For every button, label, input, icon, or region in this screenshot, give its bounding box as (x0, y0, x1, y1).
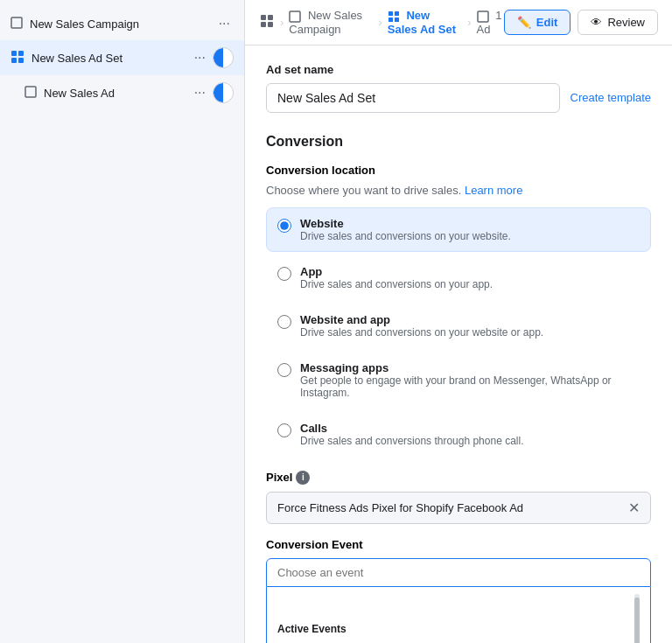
radio-calls-input[interactable] (277, 423, 291, 437)
svg-rect-6 (261, 15, 266, 20)
breadcrumb-sep-3: › (467, 16, 471, 29)
sidebar-item-campaign[interactable]: New Sales Campaign ··· (0, 7, 244, 40)
svg-rect-0 (11, 17, 22, 28)
svg-rect-2 (18, 51, 24, 56)
radio-messaging[interactable]: Messaging apps Get people to engage with… (266, 352, 651, 409)
create-template-link[interactable]: Create template (570, 91, 652, 104)
breadcrumb-sep-1: › (280, 16, 284, 29)
campaign-actions: ··· (215, 14, 234, 33)
radio-website-app[interactable]: Website and app Drive sales and conversi… (266, 304, 651, 348)
eye-icon: 👁 (591, 16, 602, 29)
pixel-info-icon[interactable]: i (296, 471, 310, 485)
edit-button[interactable]: ✏️ Edit (504, 10, 571, 35)
sidebar: New Sales Campaign ··· New Sales Ad Set … (0, 0, 245, 643)
radio-website[interactable]: Website Drive sales and conversions on y… (266, 207, 651, 252)
radio-app-text: App Drive sales and conversions on your … (300, 265, 493, 290)
breadcrumb: › New Sales Campaign › New Sales Ad Set … (259, 9, 504, 36)
radio-calls-text: Calls Drive sales and conversions throug… (300, 422, 523, 447)
svg-rect-9 (268, 22, 273, 27)
svg-rect-12 (395, 11, 399, 16)
adset-dots-button[interactable]: ··· (191, 48, 209, 67)
campaign-icon (10, 17, 23, 31)
campaign-label: New Sales Campaign (30, 17, 215, 31)
campaign-dots-button[interactable]: ··· (215, 14, 234, 33)
radio-website-app-title: Website and app (300, 313, 543, 326)
radio-messaging-text: Messaging apps Get people to engage with… (300, 361, 640, 399)
radio-calls-subtitle: Drive sales and conversions through phon… (300, 435, 523, 447)
ad-set-name-input[interactable] (266, 83, 560, 113)
ad-set-name-label: Ad set name (266, 63, 651, 76)
breadcrumb-ad[interactable]: 1 Ad (477, 9, 504, 36)
radio-website-subtitle: Drive sales and conversions on your webs… (300, 230, 511, 242)
conversion-desc: Choose where you want to drive sales. Le… (266, 184, 651, 197)
radio-calls[interactable]: Calls Drive sales and conversions throug… (266, 412, 651, 457)
radio-calls-title: Calls (300, 422, 523, 435)
ad-actions: ··· (191, 82, 234, 103)
svg-rect-15 (478, 11, 488, 22)
radio-website-title: Website (300, 217, 511, 230)
topbar-actions: ✏️ Edit 👁 Review (504, 10, 658, 35)
svg-rect-5 (25, 87, 36, 97)
dropdown-scrollbar[interactable] (634, 594, 640, 643)
pixel-input-row: Force Fitness Ads Pixel for Shopify Face… (266, 492, 651, 524)
ad-icon (24, 86, 37, 101)
radio-messaging-subtitle: Get people to engage with your brand on … (300, 374, 640, 399)
sidebar-item-ad[interactable]: New Sales Ad ··· (0, 75, 244, 110)
form-area: Ad set name Create template Conversion C… (245, 45, 672, 643)
svg-rect-1 (11, 51, 17, 56)
adset-split-button[interactable] (213, 47, 234, 68)
conversion-section: Conversion Conversion location Choose wh… (266, 134, 651, 643)
radio-website-text: Website Drive sales and conversions on y… (300, 217, 511, 242)
svg-rect-13 (388, 17, 393, 22)
radio-website-app-input[interactable] (277, 315, 291, 329)
pixel-clear-button[interactable]: ✕ (628, 500, 640, 516)
conversion-event-dropdown: Active Events Add to cart Initiate check… (266, 587, 651, 643)
svg-rect-8 (261, 22, 266, 27)
svg-rect-11 (388, 11, 393, 16)
review-button[interactable]: 👁 Review (578, 10, 658, 35)
svg-rect-3 (11, 58, 17, 63)
radio-app-title: App (300, 265, 493, 278)
breadcrumb-sep-2: › (378, 16, 382, 29)
breadcrumb-layout-icon (259, 13, 275, 31)
conversion-event-input[interactable] (266, 558, 651, 587)
breadcrumb-adset[interactable]: New Sales Ad Set (388, 9, 462, 36)
radio-app-input[interactable] (277, 267, 291, 281)
learn-more-link[interactable]: Learn more (465, 184, 522, 197)
adset-icon (10, 50, 24, 66)
svg-rect-10 (290, 11, 300, 22)
ad-label: New Sales Ad (44, 87, 191, 100)
adset-actions: ··· (191, 47, 234, 68)
radio-website-app-text: Website and app Drive sales and conversi… (300, 313, 543, 339)
breadcrumb-campaign[interactable]: New Sales Campaign (289, 9, 373, 36)
radio-website-input[interactable] (277, 219, 291, 233)
conversion-title: Conversion (266, 134, 651, 150)
radio-messaging-title: Messaging apps (300, 361, 640, 374)
conversion-location-label: Conversion location (266, 164, 651, 177)
sidebar-item-adset[interactable]: New Sales Ad Set ··· (0, 40, 244, 75)
conversion-event-container: ✕ Active Events Add to cart (266, 558, 651, 643)
radio-messaging-input[interactable] (277, 363, 291, 377)
ad-set-name-section: Ad set name Create template (266, 63, 651, 113)
radio-app-subtitle: Drive sales and conversions on your app. (300, 278, 493, 290)
conversion-event-label: Conversion Event (266, 538, 651, 551)
svg-rect-14 (395, 17, 399, 22)
topbar: › New Sales Campaign › New Sales Ad Set … (245, 0, 672, 45)
active-events-label: Active Events (277, 623, 346, 635)
pencil-icon: ✏️ (517, 16, 531, 29)
adset-label: New Sales Ad Set (32, 52, 191, 65)
ad-dots-button[interactable]: ··· (191, 83, 209, 102)
svg-rect-4 (18, 58, 24, 63)
svg-rect-7 (268, 15, 273, 20)
radio-app[interactable]: App Drive sales and conversions on your … (266, 255, 651, 300)
radio-website-app-subtitle: Drive sales and conversions on your webs… (300, 326, 543, 339)
main-content: › New Sales Campaign › New Sales Ad Set … (245, 0, 672, 643)
dropdown-header: Active Events (267, 587, 650, 643)
pixel-value: Force Fitness Ads Pixel for Shopify Face… (277, 501, 628, 514)
dropdown-scroll-thumb (634, 598, 640, 643)
ad-split-button[interactable] (213, 82, 234, 103)
pixel-label: Pixel i (266, 471, 651, 485)
